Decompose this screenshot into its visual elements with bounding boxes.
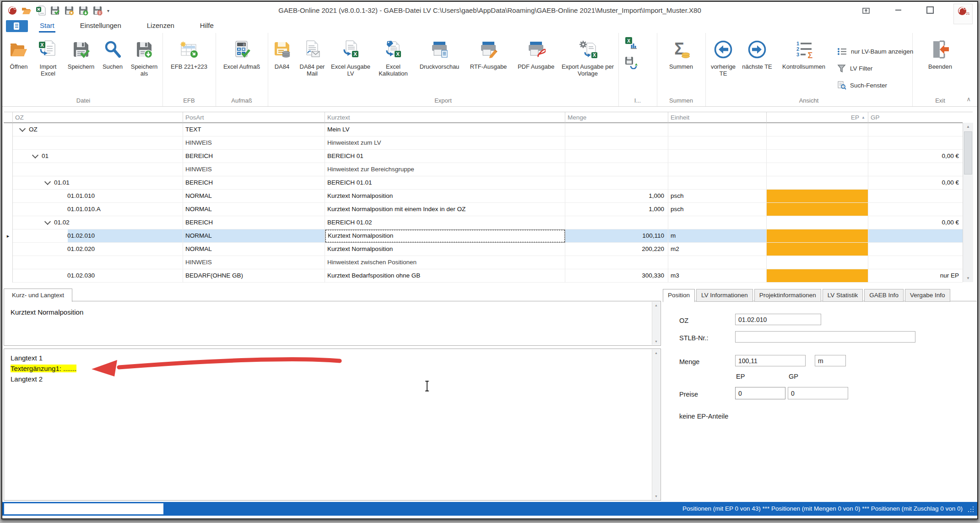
gp-cell[interactable] [868,123,963,136]
speichern-button[interactable]: Speichern [64,35,98,77]
column-header-menge[interactable]: Menge [565,112,668,123]
ep-cell[interactable] [767,216,868,229]
column-header-kurztext[interactable]: Kurztext [325,112,565,123]
gp-cell[interactable]: nur EP [868,269,963,283]
column-header-posart[interactable]: PosArt [183,112,325,123]
gp-cell[interactable]: 0,00 € [868,150,963,163]
tab-kurz-und-langtext[interactable]: Kurz- und Langtext [4,289,72,302]
speichern-als-button[interactable]: Speichern als [127,35,162,77]
posart-cell[interactable]: HINWEIS [183,256,325,269]
oz-cell[interactable]: 01.02.010 [13,229,183,243]
tab-lizenzen[interactable]: Lizenzen [145,19,176,33]
kurztext-cell[interactable]: Kurztext Normalposition mit einem Index … [325,203,565,216]
oz-cell[interactable]: 01 [13,150,183,163]
save-refresh-button[interactable] [625,56,638,71]
gp-price-input[interactable] [788,387,848,399]
posart-cell[interactable]: BEREICH [183,216,325,229]
oz-cell[interactable]: 01.01 [13,176,183,190]
einheit-cell[interactable]: m [668,229,767,243]
ep-cell-highlighted[interactable] [767,203,868,216]
kurztext-cell[interactable]: Mein LV [325,123,565,136]
menge-cell[interactable]: 1,000 [565,190,668,203]
table-row[interactable]: 01.02 BEREICH BEREICH 01.02 0,00 € [4,216,973,229]
vorherige-te-button[interactable]: vorherige TE [706,35,740,77]
einheit-cell[interactable] [668,256,767,269]
einheit-cell[interactable] [668,150,767,163]
excel-kalkulation-button[interactable]: X Excel Kalkulation [372,35,414,77]
posart-cell[interactable]: NORMAL [183,190,325,203]
suchen-button[interactable]: Suchen [98,35,127,77]
table-row[interactable]: HINWEIS Hinweistext zur Bereichsgruppe [4,163,973,176]
ep-cell[interactable] [767,163,868,176]
excel-ausgabe-lv-button[interactable]: X Excel Ausgabe LV [329,35,372,77]
naechste-te-button[interactable]: nächste TE [740,35,774,77]
menge-cell[interactable] [565,163,668,176]
gp-cell[interactable]: 0,00 € [868,176,963,190]
gp-cell[interactable] [868,163,963,176]
druckvorschau-button[interactable]: Druckvorschau [414,35,465,77]
scroll-down-icon[interactable]: ▼ [963,274,973,282]
save-as-icon[interactable] [78,5,89,16]
einheit-cell[interactable]: psch [668,190,767,203]
posart-cell[interactable]: BEREICH [183,176,325,190]
stlb-input[interactable] [735,331,915,343]
langtext-scrollbar[interactable]: ▲ ▼ [652,349,660,500]
gp-cell[interactable] [868,190,963,203]
oz-cell[interactable] [13,163,183,176]
beenden-button[interactable]: Beenden [913,35,967,70]
kurztext-cell[interactable]: Hinweistext zum LV [325,136,565,150]
open-icon[interactable] [21,5,32,16]
column-header-gp[interactable]: GP [868,112,963,123]
app-menu-button[interactable]: ▾ [6,20,28,32]
einheit-cell[interactable] [668,216,767,229]
minimize-button[interactable] [891,4,905,16]
kurztext-box[interactable]: Kurztext Normalposition ▲ ▼ [4,301,661,346]
einheit-cell[interactable]: m2 [668,243,767,256]
ep-cell-highlighted[interactable] [767,269,868,283]
posart-cell[interactable]: HINWEIS [183,163,325,176]
table-row[interactable]: OZ TEXT Mein LV [4,123,973,136]
posart-cell[interactable]: BEDARF(OHNE GB) [183,269,325,283]
resize-grip-icon[interactable] [968,507,974,512]
menge-cell[interactable]: 300,330 [565,269,668,283]
table-row-selected[interactable]: ▸ 01.02.010 NORMAL Kurztext Normalpositi… [4,229,973,243]
save-settings-icon[interactable] [64,5,75,16]
lv-filter-toggle[interactable]: LV Filter [835,60,913,77]
tab-vergabe-info[interactable]: Vergabe Info [905,289,950,302]
table-row[interactable]: 01 BEREICH BEREICH 01 0,00 € [4,150,973,163]
tab-projektinformationen[interactable]: Projektinformationen [754,289,821,302]
maximize-button[interactable] [923,4,937,16]
ep-cell[interactable] [767,123,868,136]
collapse-chevron-icon[interactable] [32,152,38,158]
oz-cell[interactable] [13,256,183,269]
save-web-icon[interactable] [92,5,103,16]
ep-cell[interactable] [767,256,868,269]
kurztext-cell[interactable]: BEREICH 01 [325,150,565,163]
oz-cell[interactable]: 01.01.010 [13,190,183,203]
menge-cell[interactable] [565,176,668,190]
such-fenster-toggle[interactable]: Such-Fenster [835,77,913,94]
ep-price-input[interactable] [735,387,785,399]
nur-lv-baum-toggle[interactable]: nur LV-Baum anzeigen [835,43,913,60]
menge-cell[interactable]: 1,000 [565,203,668,216]
posart-cell[interactable]: BEREICH [183,150,325,163]
kurztext-cell[interactable]: Kurztext Normalposition [325,190,565,203]
kurztext-cell[interactable]: Kurztext Bedarfsposition ohne GB [325,269,565,283]
menge-cell[interactable] [565,216,668,229]
ep-cell[interactable] [767,136,868,150]
einheit-cell[interactable] [668,163,767,176]
collapse-chevron-icon[interactable] [19,125,26,132]
scroll-down-icon[interactable]: ▼ [652,338,660,345]
gaeb-logo-button[interactable]: 21 [953,4,973,24]
ep-cell[interactable] [767,176,868,190]
menge-cell[interactable] [565,150,668,163]
rtf-ausgabe-button[interactable]: RTF-Ausgabe [465,35,512,77]
table-row[interactable]: 01.01 BEREICH BEREICH 01.01 0,00 € [4,176,973,190]
tab-position[interactable]: Position [663,289,695,302]
oeffnen-button[interactable]: Öffnen [5,35,32,77]
da84-button[interactable]: DA84 [269,35,295,77]
kurztext-cell[interactable]: Kurztext Normalposition [325,243,565,256]
efb-221-223-button[interactable]: EFB 221+223 [163,35,215,70]
collapse-chevron-icon[interactable] [44,179,51,185]
menge-cell[interactable] [565,256,668,269]
